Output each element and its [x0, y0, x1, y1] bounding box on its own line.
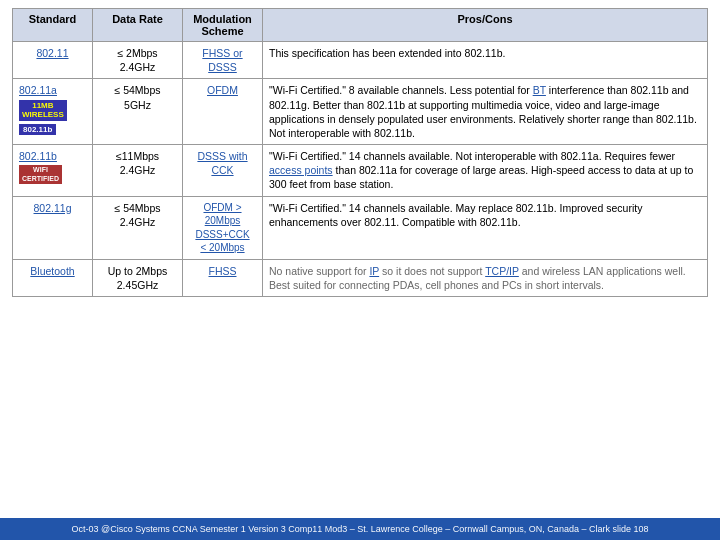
- datarate-80211b: ≤11Mbps2.4GHz: [93, 145, 183, 197]
- datarate-80211: ≤ 2Mbps2.4GHz: [93, 42, 183, 79]
- bt-link[interactable]: BT: [533, 84, 546, 96]
- proscons-80211b: "Wi-Fi Certified." 14 channels available…: [263, 145, 708, 197]
- modulation-80211g[interactable]: OFDM >20MbpsDSSS+CCK< 20Mbps: [183, 196, 263, 259]
- comparison-table: Standard Data Rate Modulation Scheme Pro…: [12, 8, 708, 297]
- access-points-link[interactable]: access points: [269, 164, 333, 176]
- footer-text: Oct-03 @Cisco Systems CCNA Semester 1 Ve…: [72, 524, 649, 534]
- standard-80211b[interactable]: 802.11b WIFICERTIFIED: [13, 145, 93, 197]
- header-standard: Standard: [13, 9, 93, 42]
- modulation-80211b[interactable]: DSSS withCCK: [183, 145, 263, 197]
- table-row: Bluetooth Up to 2Mbps2.45GHz FHSS No nat…: [13, 259, 708, 296]
- header-modulation: Modulation Scheme: [183, 9, 263, 42]
- proscons-bluetooth: No native support for IP so it does not …: [263, 259, 708, 296]
- badge-80211b: 802.11b: [19, 124, 56, 136]
- table-row: 802.11a 11MBWIRELESS 802.11b ≤ 54Mbps5GH…: [13, 79, 708, 145]
- header-datarate: Data Rate: [93, 9, 183, 42]
- standard-80211[interactable]: 802.11: [13, 42, 93, 79]
- ip-link[interactable]: IP: [369, 265, 379, 277]
- standard-bluetooth[interactable]: Bluetooth: [13, 259, 93, 296]
- standard-80211g[interactable]: 802.11g: [13, 196, 93, 259]
- tcpip-link[interactable]: TCP/IP: [485, 265, 519, 277]
- proscons-80211g: "Wi-Fi Certified." 14 channels available…: [263, 196, 708, 259]
- badge-wifi: WIFICERTIFIED: [19, 165, 62, 184]
- table-row: 802.11b WIFICERTIFIED ≤11Mbps2.4GHz DSSS…: [13, 145, 708, 197]
- badge-11mb: 11MBWIRELESS: [19, 100, 67, 121]
- datarate-80211g: ≤ 54Mbps2.4GHz: [93, 196, 183, 259]
- header-proscons: Pros/Cons: [263, 9, 708, 42]
- standard-80211a[interactable]: 802.11a 11MBWIRELESS 802.11b: [13, 79, 93, 145]
- proscons-80211a: "Wi-Fi Certified." 8 available channels.…: [263, 79, 708, 145]
- table-row: 802.11 ≤ 2Mbps2.4GHz FHSS orDSSS This sp…: [13, 42, 708, 79]
- proscons-80211: This specification has been extended int…: [263, 42, 708, 79]
- footer: Oct-03 @Cisco Systems CCNA Semester 1 Ve…: [0, 518, 720, 540]
- table-row: 802.11g ≤ 54Mbps2.4GHz OFDM >20MbpsDSSS+…: [13, 196, 708, 259]
- modulation-80211[interactable]: FHSS orDSSS: [183, 42, 263, 79]
- modulation-bluetooth[interactable]: FHSS: [183, 259, 263, 296]
- modulation-80211a[interactable]: OFDM: [183, 79, 263, 145]
- datarate-bluetooth: Up to 2Mbps2.45GHz: [93, 259, 183, 296]
- main-content: Standard Data Rate Modulation Scheme Pro…: [0, 0, 720, 518]
- datarate-80211a: ≤ 54Mbps5GHz: [93, 79, 183, 145]
- modulation-header-text: Modulation Scheme: [193, 13, 252, 37]
